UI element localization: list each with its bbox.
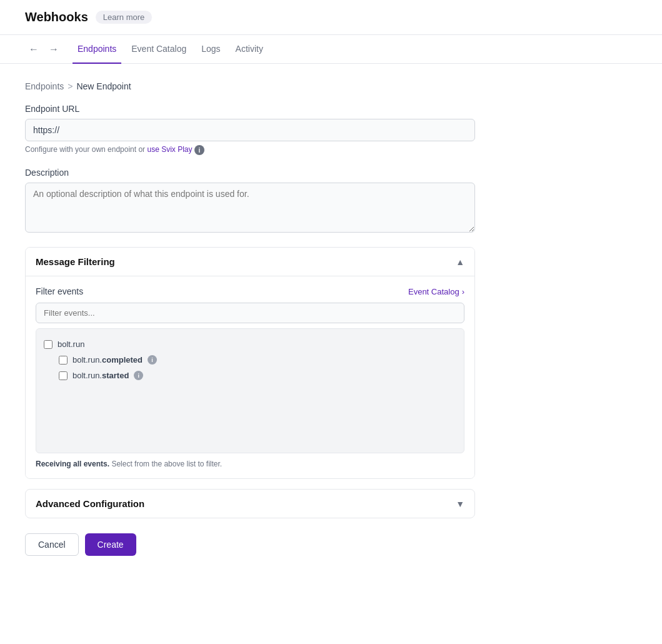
bolt-run-checkbox[interactable] xyxy=(44,340,53,349)
message-filtering-title: Message Filtering xyxy=(36,256,115,267)
message-filtering-section: Message Filtering ▲ Filter events Event … xyxy=(25,247,475,479)
create-button[interactable]: Create xyxy=(85,533,136,556)
advanced-configuration-section: Advanced Configuration ▼ xyxy=(25,489,475,518)
message-filtering-chevron: ▲ xyxy=(456,257,464,267)
advanced-configuration-chevron: ▼ xyxy=(456,499,464,509)
event-catalog-link[interactable]: Event Catalog › xyxy=(408,287,464,296)
tab-logs[interactable]: Logs xyxy=(196,35,225,64)
event-catalog-arrow-icon: › xyxy=(462,287,464,296)
page-title: Webhooks xyxy=(25,10,88,24)
breadcrumb: Endpoints > New Endpoint xyxy=(25,81,475,91)
nav-arrows: ← → xyxy=(25,41,63,58)
description-label: Description xyxy=(25,168,475,178)
advanced-configuration-header[interactable]: Advanced Configuration ▼ xyxy=(26,490,474,518)
endpoint-url-hint: Configure with your own endpoint or use … xyxy=(25,145,475,155)
bolt-run-started-label: bolt.run.started xyxy=(73,371,129,380)
svix-play-link[interactable]: use Svix Play xyxy=(147,145,192,154)
bolt-run-completed-checkbox[interactable] xyxy=(59,356,68,365)
endpoint-url-label: Endpoint URL xyxy=(25,104,475,114)
description-textarea[interactable] xyxy=(25,183,475,233)
message-filtering-header[interactable]: Message Filtering ▲ xyxy=(26,248,474,276)
hint-text: Configure with your own endpoint or xyxy=(25,145,147,154)
endpoint-url-section: Endpoint URL Configure with your own end… xyxy=(25,104,475,155)
tab-event-catalog[interactable]: Event Catalog xyxy=(126,35,191,64)
receiving-hint-bold: Receiving all events. xyxy=(36,460,109,468)
receiving-hint-text: Select from the above list to filter. xyxy=(111,460,222,468)
tab-endpoints[interactable]: Endpoints xyxy=(73,35,121,64)
forward-button[interactable]: → xyxy=(45,41,63,58)
filter-events-input[interactable] xyxy=(36,303,464,323)
breadcrumb-separator: > xyxy=(68,81,73,91)
advanced-configuration-title: Advanced Configuration xyxy=(36,498,144,509)
tab-activity[interactable]: Activity xyxy=(231,35,268,64)
nav-bar: ← → Endpoints Event Catalog Logs Activit… xyxy=(0,35,662,64)
hint-info-icon[interactable]: i xyxy=(194,145,204,155)
receiving-hint: Receiving all events. Select from the ab… xyxy=(36,460,464,468)
action-buttons: Cancel Create xyxy=(25,533,475,556)
breadcrumb-parent: Endpoints xyxy=(25,81,64,91)
description-section: Description xyxy=(25,168,475,234)
page-header: Webhooks Learn more xyxy=(0,0,662,35)
learn-more-button[interactable]: Learn more xyxy=(96,11,152,24)
message-filtering-body: Filter events Event Catalog › bolt.run b… xyxy=(26,276,474,478)
back-button[interactable]: ← xyxy=(25,41,43,58)
event-catalog-link-text: Event Catalog xyxy=(408,287,459,296)
events-list: bolt.run bolt.run.completed i bolt.run.s… xyxy=(36,328,464,453)
bolt-run-completed-label: bolt.run.completed xyxy=(73,355,143,365)
filter-header: Filter events Event Catalog › xyxy=(36,286,464,296)
event-item-bolt-run-started: bolt.run.started i xyxy=(44,368,456,383)
breadcrumb-current: New Endpoint xyxy=(76,81,131,91)
event-group-bolt-run: bolt.run xyxy=(44,336,456,352)
bolt-run-completed-info-icon[interactable]: i xyxy=(148,355,157,365)
cancel-button[interactable]: Cancel xyxy=(25,533,79,556)
bolt-run-label: bolt.run xyxy=(58,340,84,349)
bolt-run-started-checkbox[interactable] xyxy=(59,371,68,380)
filter-events-label: Filter events xyxy=(36,286,83,296)
bolt-run-started-info-icon[interactable]: i xyxy=(134,371,143,380)
main-content: Endpoints > New Endpoint Endpoint URL Co… xyxy=(0,64,500,573)
event-item-bolt-run-completed: bolt.run.completed i xyxy=(44,352,456,368)
endpoint-url-input[interactable] xyxy=(25,119,475,141)
